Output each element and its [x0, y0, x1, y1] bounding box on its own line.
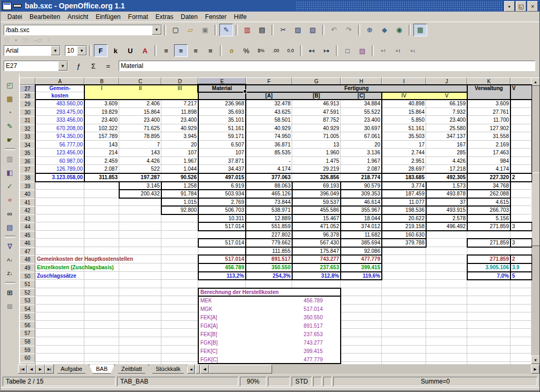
- cell-E33[interactable]: 59.171: [198, 132, 246, 141]
- cell-B38[interactable]: 311.853: [84, 173, 119, 182]
- cell-A28[interactable]: kosten: [35, 92, 84, 100]
- open-icon[interactable]: ▱: [184, 24, 197, 36]
- cell-H48[interactable]: 477.779: [341, 255, 382, 263]
- status-selection-mode[interactable]: STD: [292, 377, 312, 386]
- cell-I33[interactable]: 35.503: [382, 132, 426, 141]
- cell-E31[interactable]: 35.101: [198, 116, 246, 124]
- cell-F49[interactable]: 350.550: [246, 263, 292, 272]
- cell-E32[interactable]: 51.161: [198, 124, 246, 133]
- cell-I42[interactable]: 198.536: [382, 206, 426, 214]
- cell-F31[interactable]: 58.501: [246, 116, 292, 124]
- cell-H37[interactable]: 2.087: [341, 165, 382, 173]
- cell-L48[interactable]: 2: [510, 255, 532, 263]
- cell-C30[interactable]: 15.864: [119, 108, 161, 116]
- url-combo[interactable]: ▼: [4, 25, 162, 35]
- cell-B32[interactable]: 102.322: [84, 124, 119, 133]
- column-header-G[interactable]: G: [292, 77, 341, 85]
- cell-A49[interactable]: Einzelkosten (Zuschlagsbasis): [35, 263, 198, 272]
- toolbar-grip-icon[interactable]: ░: [47, 38, 50, 43]
- first-sheet-button[interactable]: |◀: [18, 365, 27, 374]
- cell-G29[interactable]: 46.913: [292, 100, 341, 108]
- cell-L27[interactable]: V: [510, 85, 532, 92]
- font-color-button[interactable]: A: [138, 44, 152, 57]
- cell-K27[interactable]: Verwaltung: [467, 85, 510, 92]
- cell-A31[interactable]: 333.456,00: [35, 116, 84, 124]
- datasources-icon[interactable]: ▤: [3, 221, 17, 233]
- cell-F45[interactable]: 227.802: [246, 231, 292, 239]
- cell-G44[interactable]: 471.052: [292, 222, 341, 231]
- maximize-button[interactable]: ◱: [516, 1, 526, 12]
- cell-I44[interactable]: 219.158: [382, 222, 426, 231]
- cell-A50[interactable]: Zuschlagssätze: [35, 272, 198, 280]
- menu-daten[interactable]: Daten: [177, 12, 201, 22]
- cell-I32[interactable]: 51.161: [382, 124, 426, 133]
- cell-G32[interactable]: 40.929: [292, 124, 341, 133]
- cell-F36[interactable]: -: [246, 157, 292, 165]
- cell-J29[interactable]: 66.159: [426, 100, 467, 108]
- sheet-tab-bab[interactable]: BAB: [89, 365, 114, 374]
- cell-G30[interactable]: 47.591: [292, 108, 341, 116]
- menu-format[interactable]: Format: [124, 12, 152, 22]
- next-sheet-button[interactable]: ▶: [36, 365, 45, 374]
- font-name-dropdown-icon[interactable]: ▼: [51, 46, 60, 55]
- cell-J30[interactable]: 7.932: [426, 108, 467, 116]
- center-vertically-button[interactable]: =↕: [391, 44, 405, 57]
- cell-F27[interactable]: Fertigung: [246, 85, 467, 92]
- cell-K41[interactable]: 4.615: [467, 198, 510, 207]
- cell-G49[interactable]: 237.653: [292, 263, 341, 272]
- cell-A48[interactable]: Gemeinkosten der Hauptkostenstellen: [35, 255, 198, 263]
- new-document-icon[interactable]: ▢: [169, 24, 182, 36]
- menu-extras[interactable]: Extras: [152, 12, 177, 22]
- cell-K31[interactable]: 11.700: [467, 116, 510, 124]
- cell-B31[interactable]: 23.400: [84, 116, 119, 124]
- column-header-A[interactable]: A: [35, 77, 84, 85]
- scroll-left-icon[interactable]: ◀: [200, 365, 209, 374]
- cell-C32[interactable]: 71.625: [119, 124, 161, 133]
- align-top-button[interactable]: =↑: [377, 44, 390, 57]
- row-header-29[interactable]: 29: [20, 100, 35, 109]
- number-currency-button[interactable]: ¤: [225, 44, 238, 57]
- stylist-icon[interactable]: ◆: [378, 24, 391, 36]
- scroll-down-icon[interactable]: ▼: [531, 356, 540, 364]
- column-header-I[interactable]: I: [382, 77, 426, 85]
- autofilter-icon[interactable]: ∇: [3, 240, 17, 252]
- cell-I40[interactable]: 187.459: [382, 190, 426, 198]
- sheet-tab-partial[interactable]: ◀: [187, 365, 195, 374]
- row-header-51[interactable]: 51: [20, 280, 35, 289]
- row-header-60[interactable]: 60: [20, 354, 35, 362]
- cell-H46[interactable]: 385.694: [341, 239, 382, 247]
- status-sum-field[interactable]: Summe=0: [333, 377, 537, 386]
- cell-H38[interactable]: 218.774: [341, 173, 382, 182]
- cell-A36[interactable]: 60.987,00: [35, 157, 84, 165]
- cell-H39[interactable]: 90.579: [341, 182, 382, 190]
- draw-functions-icon[interactable]: ✎: [3, 120, 17, 132]
- align-right-button[interactable]: ≡: [189, 44, 202, 57]
- number-percent-button[interactable]: %: [239, 44, 253, 57]
- cell-L28[interactable]: [510, 92, 532, 100]
- pin-icon[interactable]: [13, 4, 22, 7]
- cell-J32[interactable]: 25.580: [426, 124, 467, 133]
- formula-input[interactable]: [119, 62, 535, 70]
- cell-E43[interactable]: 10.311: [198, 214, 246, 223]
- cell-G45[interactable]: 96.378: [292, 231, 341, 239]
- menu-ansicht[interactable]: Ansicht: [64, 12, 92, 22]
- cell-D27[interactable]: III: [161, 85, 198, 92]
- spellcheck-icon[interactable]: ✓: [3, 180, 17, 192]
- cell-G31[interactable]: 87.752: [292, 116, 341, 124]
- row-header-53[interactable]: 53: [20, 296, 35, 305]
- cell-E34[interactable]: 6.507: [198, 141, 246, 149]
- cell-L38[interactable]: 2: [510, 173, 532, 182]
- cell-K42[interactable]: 266.703: [467, 206, 510, 214]
- equals-icon[interactable]: =: [101, 60, 115, 72]
- cell-F29[interactable]: 32.478: [246, 100, 292, 108]
- cell-D35[interactable]: 107: [161, 149, 198, 157]
- print-icon[interactable]: ▤: [255, 24, 269, 36]
- column-header-J[interactable]: J: [426, 77, 467, 85]
- cell-E36[interactable]: 37.871: [198, 157, 246, 165]
- cell-K35[interactable]: 17.463: [467, 149, 510, 157]
- cell-B36[interactable]: 2.459: [84, 157, 119, 165]
- row-header-38[interactable]: 38: [20, 173, 35, 182]
- cell-F39[interactable]: 88.063: [246, 182, 292, 190]
- window-menu-icon[interactable]: [3, 2, 12, 10]
- cell-B35[interactable]: 214: [84, 149, 119, 157]
